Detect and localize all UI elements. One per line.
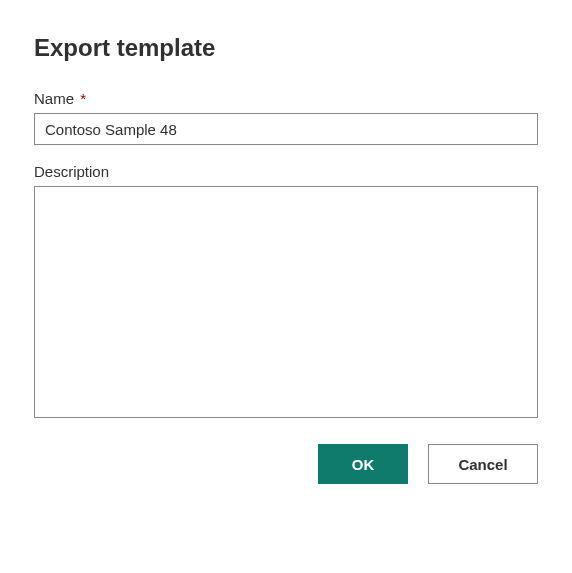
name-label: Name * (34, 90, 538, 107)
name-label-text: Name (34, 90, 74, 107)
cancel-button[interactable]: Cancel (428, 444, 538, 484)
button-row: OK Cancel (34, 444, 538, 484)
name-input[interactable] (34, 113, 538, 145)
description-field-group: Description (34, 163, 538, 422)
dialog-title: Export template (34, 34, 538, 62)
name-field-group: Name * (34, 90, 538, 145)
description-input[interactable] (34, 186, 538, 418)
description-label: Description (34, 163, 538, 180)
required-asterisk-icon: * (80, 90, 86, 107)
ok-button[interactable]: OK (318, 444, 408, 484)
